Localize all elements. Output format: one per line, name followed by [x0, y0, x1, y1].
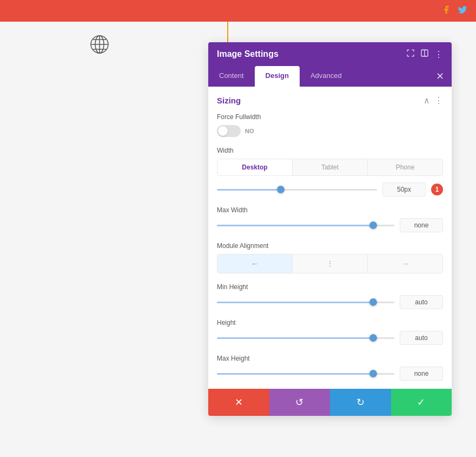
tab-advanced[interactable]: Advanced [300, 66, 353, 87]
toggle-knob [218, 126, 228, 136]
slider-track [217, 225, 394, 226]
slider-fill [217, 373, 373, 375]
max-width-label: Max Width [217, 206, 443, 214]
sizing-section-header: Sizing ∧ ⋮ [217, 95, 443, 106]
save-button[interactable]: ✓ [391, 389, 452, 416]
panel-body: Sizing ∧ ⋮ Force Fullwidth NO Width [208, 87, 452, 416]
slider-fill [217, 337, 373, 339]
max-height-value[interactable]: none [400, 367, 443, 381]
width-label: Width [217, 147, 443, 154]
max-width-slider[interactable] [217, 220, 394, 231]
reset-button[interactable]: ↺ [269, 389, 330, 416]
slider-track [217, 373, 394, 375]
save-icon: ✓ [417, 396, 425, 408]
height-label: Height [217, 319, 443, 327]
width-slider[interactable] [217, 184, 377, 195]
height-slider[interactable] [217, 332, 394, 343]
min-height-value[interactable]: auto [400, 295, 443, 309]
slider-thumb[interactable] [369, 370, 377, 377]
globe-icon-area [87, 32, 113, 61]
panel-title: Image Settings [217, 49, 279, 59]
device-tab-phone[interactable]: Phone [368, 159, 442, 175]
module-alignment-row: Module Alignment ← ⋮ → [217, 242, 443, 273]
fullscreen-icon[interactable] [406, 49, 415, 60]
redo-button[interactable]: ↻ [330, 389, 391, 416]
width-row: Width Desktop Tablet Phone 50px 1 [217, 147, 443, 197]
toggle-state-label: NO [245, 128, 254, 134]
reset-icon: ↺ [295, 396, 303, 408]
align-left-button[interactable]: ← [217, 254, 293, 273]
device-tab-desktop[interactable]: Desktop [217, 159, 293, 175]
tab-content[interactable]: Content [208, 66, 255, 87]
min-height-slider-row: auto [217, 295, 443, 309]
height-slider-row: auto [217, 331, 443, 345]
twitter-icon[interactable] [458, 5, 467, 17]
more-options-icon[interactable]: ⋮ [434, 49, 443, 60]
width-value[interactable]: 50px [382, 182, 426, 197]
slider-thumb[interactable] [369, 298, 377, 306]
sizing-title: Sizing [217, 96, 241, 105]
max-height-row: Max Height none [217, 355, 443, 381]
bottom-action-bar: ✕ ↺ ↻ ✓ [208, 389, 452, 416]
slider-fill [217, 189, 281, 191]
max-width-value[interactable]: none [400, 218, 443, 232]
collapse-icon[interactable]: ∧ [424, 95, 430, 106]
globe-icon [87, 32, 113, 61]
main-area: Image Settings ⋮ Content Design [0, 22, 476, 457]
slider-track [217, 189, 377, 191]
slider-track [217, 302, 394, 303]
max-height-slider-row: none [217, 367, 443, 381]
slider-thumb[interactable] [277, 186, 285, 193]
cancel-icon: ✕ [235, 396, 243, 408]
min-height-label: Min Height [217, 283, 443, 291]
slider-fill [217, 225, 373, 226]
panel-close-button[interactable]: ✕ [432, 69, 447, 84]
device-tab-tablet[interactable]: Tablet [293, 159, 368, 175]
settings-panel: Image Settings ⋮ Content Design [208, 42, 452, 416]
slider-fill [217, 302, 373, 303]
alignment-group: ← ⋮ → [217, 254, 443, 273]
max-width-row: Max Width none [217, 206, 443, 232]
device-tabs: Desktop Tablet Phone [217, 159, 443, 176]
align-center-button[interactable]: ⋮ [293, 254, 368, 273]
max-height-label: Max Height [217, 355, 443, 362]
top-navbar [0, 0, 476, 22]
slider-track [217, 337, 394, 339]
tab-design[interactable]: Design [255, 66, 300, 87]
min-height-row: Min Height auto [217, 283, 443, 309]
align-right-button[interactable]: → [368, 254, 442, 273]
force-fullwidth-toggle[interactable] [217, 125, 241, 137]
min-height-slider[interactable] [217, 297, 394, 308]
panel-header-actions: ⋮ [406, 49, 443, 60]
module-alignment-label: Module Alignment [217, 242, 443, 250]
section-actions: ∧ ⋮ [424, 95, 443, 106]
force-fullwidth-label: Force Fullwidth [217, 113, 443, 121]
tabs-row: Content Design Advanced ✕ [208, 66, 452, 87]
toggle-container: NO [217, 125, 443, 137]
redo-icon: ↻ [356, 396, 365, 408]
width-badge: 1 [431, 184, 443, 195]
force-fullwidth-row: Force Fullwidth NO [217, 113, 443, 137]
panel-header: Image Settings ⋮ [208, 42, 452, 66]
max-width-slider-row: none [217, 218, 443, 232]
cancel-button[interactable]: ✕ [208, 389, 269, 416]
width-slider-row: 50px 1 [217, 182, 443, 197]
height-row: Height auto [217, 319, 443, 345]
section-more-icon[interactable]: ⋮ [434, 95, 443, 106]
height-value[interactable]: auto [400, 331, 443, 345]
max-height-slider[interactable] [217, 368, 394, 379]
split-view-icon[interactable] [420, 49, 429, 60]
slider-thumb[interactable] [369, 221, 377, 229]
slider-thumb[interactable] [369, 334, 377, 342]
facebook-icon[interactable] [441, 5, 451, 17]
